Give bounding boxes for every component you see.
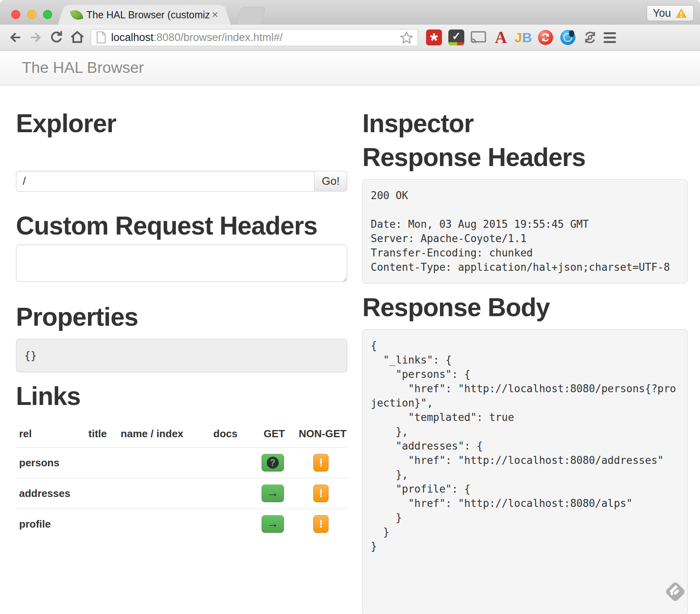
close-window-button[interactable] [11,10,20,19]
warning-icon [675,8,688,19]
inspector-column: Inspector Response Headers 200 OK Date: … [362,85,688,614]
column-get: GET [250,428,295,448]
a-extension-icon[interactable]: A [493,29,509,45]
column-title: title [85,428,117,448]
browser-window: The HAL Browser (customiz × You [0,0,700,614]
address-bar[interactable]: localhost :8080/browser/index.html#/ [91,29,418,46]
response-body-panel: { "_links": { "persons": { "href": "http… [362,329,688,614]
url-host: localhost [111,31,154,44]
explorer-address-input[interactable] [16,171,315,192]
table-row: addresses → ! [16,478,347,509]
red-refresh-extension-icon[interactable] [538,29,553,45]
sync-extension-icon[interactable] [582,29,598,45]
links-table-header: rel title name / index docs GET NON-GET [16,428,347,448]
exclamation-icon: ! [319,487,323,500]
explorer-address-group: Go! [16,171,347,192]
url-path: :8080/browser/index.html#/ [154,31,283,44]
arrow-right-icon: → [266,517,279,530]
table-row: persons ? ! [16,448,347,478]
tab-title: The HAL Browser (customiz [86,9,209,21]
arrow-right-icon: → [266,487,279,499]
back-button[interactable] [8,30,23,45]
response-body-heading: Response Body [362,294,688,321]
zoom-window-button[interactable] [43,10,52,19]
navbar-brand: The HAL Browser [22,59,144,76]
chromecast-extension-icon[interactable] [471,29,487,45]
rel-cell: persons [16,448,85,478]
custom-request-headers-textarea[interactable] [16,244,347,282]
get-button[interactable]: → [262,515,284,533]
profile-label: You [653,7,671,20]
home-button[interactable] [70,30,85,45]
non-get-button[interactable]: ! [313,485,328,502]
tab-bar: The HAL Browser (customiz × You [0,0,700,25]
forward-button[interactable] [28,30,43,45]
page-navbar: The HAL Browser [0,51,700,85]
exclamation-icon: ! [319,457,323,469]
rel-cell: profile [16,509,85,540]
blue-circle-extension-icon[interactable] [560,29,576,45]
get-button[interactable]: ? [262,454,284,471]
non-get-button[interactable]: ! [313,454,328,471]
exclamation-icon: ! [319,518,323,530]
page-icon [96,31,106,43]
lastpass-extension-icon[interactable]: * [426,29,442,45]
properties-heading: Properties [16,303,347,331]
rel-cell: addresses [16,478,85,509]
window-controls [11,10,52,19]
get-button[interactable]: → [262,485,284,502]
column-name-index: name / index [117,428,210,448]
checker-extension-icon[interactable]: ✓ [448,29,464,45]
response-headers-panel: 200 OK Date: Mon, 03 Aug 2015 19:55:45 G… [362,179,688,284]
new-tab-button[interactable] [237,7,266,25]
custom-request-headers-heading: Custom Request Headers [16,212,347,240]
properties-value-box: {} [16,339,347,372]
page-content: Explorer Go! Custom Request Headers Prop… [0,85,700,614]
spring-leaf-favicon [70,8,83,22]
minimize-window-button[interactable] [27,10,36,19]
response-headers-heading: Response Headers [362,144,688,171]
explorer-heading: Explorer [16,110,347,137]
go-button[interactable]: Go! [315,171,347,192]
column-rel: rel [16,428,85,448]
properties-value: {} [24,350,37,362]
chrome-menu-button[interactable] [604,32,616,43]
response-body-wrap: { "_links": { "persons": { "href": "http… [362,329,688,614]
tab-close-icon[interactable]: × [212,9,218,20]
browser-toolbar: localhost :8080/browser/index.html#/ * ✓… [0,25,700,51]
column-non-get: NON-GET [295,428,347,448]
links-heading: Links [16,383,347,410]
non-get-button[interactable]: ! [313,515,328,533]
column-docs: docs [210,428,250,448]
profile-button[interactable]: You [647,5,694,21]
links-table: rel title name / index docs GET NON-GET … [16,428,347,539]
reload-button[interactable] [49,30,64,45]
inspector-heading: Inspector [362,110,688,137]
bookmark-star-icon[interactable] [400,31,413,43]
table-row: profile → ! [16,509,347,540]
explorer-column: Explorer Go! Custom Request Headers Prop… [16,85,347,614]
jetbrains-extension-icon[interactable]: JB [515,29,531,45]
browser-tab[interactable]: The HAL Browser (customiz × [66,5,223,25]
question-icon: ? [267,457,279,469]
